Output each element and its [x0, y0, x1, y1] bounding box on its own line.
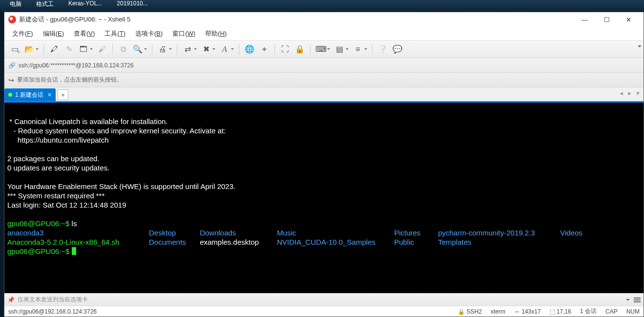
font-icon[interactable]: A: [218, 43, 231, 56]
term-prompt: gpu06@GPU06:~$: [7, 219, 72, 228]
ls-dir: anaconda3: [7, 228, 149, 237]
ls-file: examples.desktop: [200, 237, 277, 247]
terminal-pane[interactable]: * Canonical Livepatch is available for i…: [4, 103, 644, 293]
ls-dir: Desktop: [149, 228, 198, 237]
term-line: * Canonical Livepatch is available for i…: [7, 117, 168, 126]
pin-icon[interactable]: 📌: [7, 296, 15, 303]
term-line: https://ubuntu.com/livepatch: [7, 136, 109, 144]
tab-close-icon[interactable]: ✕: [47, 92, 52, 98]
desktop-icon-label[interactable]: 20191010...: [117, 0, 147, 7]
cancel-icon[interactable]: ✖: [200, 43, 212, 56]
new-session-icon[interactable]: ▭+: [8, 43, 21, 56]
copy-icon[interactable]: ⧉: [117, 43, 129, 56]
toolbar-overflow-icon[interactable]: [638, 45, 642, 49]
term-line: - Reduce system reboots and improve kern…: [7, 127, 226, 135]
close-button[interactable]: ✕: [618, 12, 640, 27]
ls-dir: Pictures: [394, 228, 438, 237]
ls-dir: Public: [394, 237, 438, 247]
address-bar[interactable]: 🔗 ssh://gpu06:***********@192.168.0.124:…: [4, 58, 644, 73]
find-icon[interactable]: 🔍: [131, 43, 144, 56]
ssh-lock-icon: 🔒: [458, 309, 465, 315]
term-line: *** System restart required ***: [7, 191, 104, 200]
status-pos: ⬚ 17,16: [550, 308, 571, 315]
new-tab-button[interactable]: +: [58, 89, 68, 100]
tab-bar: 1 新建会话 ✕ + ◄ ► ▼: [4, 87, 644, 101]
term-line: 2 packages can be updated.: [7, 154, 99, 163]
compass-icon[interactable]: ⌖: [258, 43, 270, 56]
ls-dir: NVIDIA_CUDA-10.0_Samples: [277, 237, 394, 247]
term-command: ls: [72, 219, 77, 228]
print-icon[interactable]: 🖨: [156, 43, 169, 56]
ls-dir: Videos: [560, 229, 582, 237]
hint-bar: ↪ 要添加当前会话，点击左侧的箭头按钮。: [4, 73, 644, 87]
link-icon: 🔗: [8, 62, 16, 69]
tab-active[interactable]: 1 新建会话 ✕: [4, 88, 56, 101]
menu-file[interactable]: 文件(F): [8, 28, 37, 40]
properties-icon[interactable]: 🗔: [77, 43, 90, 56]
ls-dir: Music: [277, 228, 394, 237]
tab-list-icon[interactable]: ▼: [635, 90, 641, 96]
ls-exec: Anaconda3-5.2.0-Linux-x86_64.sh: [7, 237, 149, 247]
globe-icon[interactable]: 🌐: [243, 43, 256, 56]
address-text: ssh://gpu06:***********@192.168.0.124:37…: [19, 62, 134, 69]
term-line: 0 updates are security updates.: [7, 164, 109, 172]
desktop-background: 电脑 格式工 Keras-YOL... 20191010...: [0, 0, 644, 12]
term-line: Your Hardware Enablement Stack (HWE) is …: [7, 182, 235, 190]
desktop-icon-label[interactable]: 格式工: [36, 0, 54, 8]
transfer-icon[interactable]: ⇄: [181, 43, 194, 56]
ls-dir: Documents: [149, 237, 198, 247]
term-cursor: [72, 247, 76, 255]
tab-label: 1 新建会话: [15, 91, 43, 99]
send-input[interactable]: 仅将文本发送到当前选项卡: [18, 296, 88, 304]
ls-dir: pycharm-community-2019.2.3: [438, 228, 560, 237]
tab-status-dot-icon: [8, 93, 12, 97]
desktop-icon-label[interactable]: 电脑: [10, 0, 21, 8]
menu-edit[interactable]: 编辑(E): [39, 28, 68, 40]
ls-dir: Downloads: [200, 228, 277, 237]
status-proto: 🔒 SSH2: [458, 308, 482, 315]
menubar: 文件(F) 编辑(E) 查看(V) 工具(T) 选项卡(B) 窗口(W) 帮助(…: [4, 27, 644, 41]
window-title: 新建会话 - gpu06@GPU06: ~ - Xshell 5: [19, 15, 130, 24]
titlebar[interactable]: 新建会话 - gpu06@GPU06: ~ - Xshell 5 — ☐ ✕: [4, 12, 644, 27]
status-num: NUM: [626, 308, 640, 315]
term-line: Last login: Sat Oct 12 12:14:48 2019: [7, 201, 126, 209]
tab-scroll-left-icon[interactable]: ◄: [619, 90, 624, 96]
term-prompt: gpu06@GPU06:~$: [7, 247, 72, 255]
status-sessions: 1 会话: [580, 307, 597, 316]
tab-scroll-right-icon[interactable]: ►: [627, 90, 632, 96]
desktop-icon-label[interactable]: Keras-YOL...: [68, 0, 102, 7]
menu-tabs[interactable]: 选项卡(B): [131, 28, 166, 40]
menu-view[interactable]: 查看(V): [70, 28, 99, 40]
toolbar: ▭+ 📂 🖍 ✎ 🗔 🖌 ⧉ 🔍 🖨 ⇄ ✖ A 🌐 ⌖ ⛶ 🔒 ⌨ ▤ ≡ ❔…: [4, 41, 644, 58]
lock-icon[interactable]: 🔒: [293, 43, 306, 56]
status-size: ↔ 143x17: [514, 308, 541, 315]
menu-tools[interactable]: 工具(T): [101, 28, 129, 40]
minimize-button[interactable]: —: [574, 12, 596, 27]
status-term: xterm: [491, 308, 505, 315]
ls-dir: Templates: [438, 238, 471, 246]
menu-help[interactable]: 帮助(H): [201, 28, 230, 40]
chat-icon[interactable]: 💬: [391, 43, 404, 56]
bookmark-arrow-icon[interactable]: ↪: [8, 76, 14, 84]
status-cap: CAP: [605, 308, 618, 315]
pos-icon: ⬚: [550, 308, 555, 315]
layout-icon[interactable]: ▤: [333, 43, 346, 56]
send-target-dropdown-icon[interactable]: [626, 299, 630, 303]
maximize-button[interactable]: ☐: [596, 12, 618, 27]
highlight-icon[interactable]: 🖍: [48, 43, 61, 56]
copy-format-icon[interactable]: 🖌: [96, 43, 108, 56]
open-icon[interactable]: 📂: [23, 43, 36, 56]
app-icon: [8, 16, 16, 23]
status-bar: ssh://gpu06@192.168.0.124:3726 🔒 SSH2 xt…: [4, 306, 644, 317]
send-bar: 📌 仅将文本发送到当前选项卡: [4, 293, 644, 306]
help-icon[interactable]: ❔: [376, 43, 389, 56]
menu-window[interactable]: 窗口(W): [168, 28, 199, 40]
send-menu-icon[interactable]: [634, 297, 641, 302]
list-icon[interactable]: ≡: [352, 43, 364, 56]
xshell-window: 新建会话 - gpu06@GPU06: ~ - Xshell 5 — ☐ ✕ 文…: [4, 12, 644, 317]
fullscreen-icon[interactable]: ⛶: [279, 43, 291, 56]
wand-icon[interactable]: ✎: [62, 43, 75, 56]
status-address: ssh://gpu06@192.168.0.124:3726: [8, 308, 97, 315]
keyboard-icon[interactable]: ⌨: [314, 43, 327, 56]
size-icon: ↔: [514, 308, 520, 315]
